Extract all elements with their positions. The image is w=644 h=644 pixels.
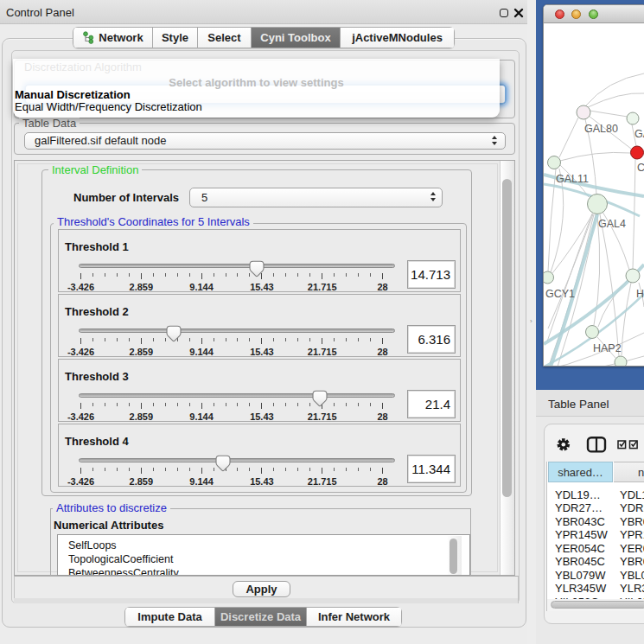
svg-text:HAP2: HAP2	[593, 342, 622, 354]
svg-text:C: C	[637, 162, 644, 174]
svg-text:GAL11: GAL11	[556, 173, 589, 185]
svg-text:GA: GA	[634, 128, 644, 140]
svg-text:H: H	[636, 288, 644, 300]
svg-text:GAL80: GAL80	[584, 123, 618, 135]
svg-text:GAL4: GAL4	[598, 218, 626, 230]
svg-text:GCY1: GCY1	[545, 288, 575, 300]
